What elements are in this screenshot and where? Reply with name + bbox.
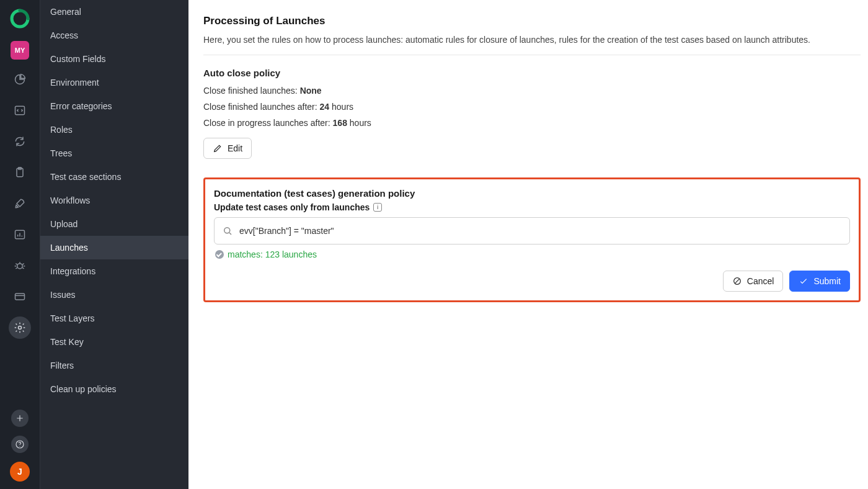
auto-close-section: Auto close policy Close finished launche…: [203, 68, 861, 159]
sidebar-item-general[interactable]: General: [40, 0, 188, 24]
doc-gen-heading: Documentation (test cases) generation po…: [214, 188, 850, 199]
svg-rect-0: [16, 106, 25, 114]
query-input[interactable]: [239, 226, 842, 236]
close-finished-value: Close finished launches: None: [203, 86, 861, 96]
svg-point-4: [17, 264, 22, 269]
edit-button[interactable]: Edit: [203, 138, 252, 159]
close-finished-bold: None: [300, 86, 322, 96]
sidebar-item-test-case-sections[interactable]: Test case sections: [40, 165, 188, 189]
code-icon[interactable]: [9, 99, 31, 122]
sidebar-item-test-key[interactable]: Test Key: [40, 330, 188, 354]
check-icon: [799, 276, 808, 286]
close-finished-after-value: 24: [320, 102, 330, 112]
close-finished-after-unit: hours: [329, 102, 353, 112]
check-circle-icon: [215, 250, 224, 259]
svg-point-9: [224, 228, 230, 233]
doc-gen-sublabel-text: Update test cases only from launches: [214, 202, 370, 212]
cancel-button[interactable]: Cancel: [723, 271, 784, 292]
rocket-icon[interactable]: [9, 192, 31, 215]
sidebar-item-error-categories[interactable]: Error categories: [40, 94, 188, 118]
analytics-icon[interactable]: [9, 68, 31, 91]
match-text: matches: 123 launches: [228, 249, 317, 259]
page-title: Processing of Launches: [203, 15, 861, 27]
doc-gen-actions: Cancel Submit: [214, 271, 850, 292]
submit-button[interactable]: Submit: [789, 271, 850, 292]
auto-close-heading: Auto close policy: [203, 68, 861, 78]
card-icon[interactable]: [9, 285, 31, 308]
sidebar-item-roles[interactable]: Roles: [40, 118, 188, 141]
settings-sidebar: General Access Custom Fields Environment…: [40, 0, 188, 489]
page-lead: Here, you set the rules on how to proces…: [203, 35, 861, 45]
help-icon[interactable]: [11, 436, 29, 453]
close-inprogress-after-value: 168: [333, 118, 347, 128]
submit-button-label: Submit: [813, 276, 841, 286]
close-inprogress-after-unit: hours: [347, 118, 371, 128]
sidebar-item-access[interactable]: Access: [40, 24, 188, 47]
clipboard-icon[interactable]: [9, 161, 31, 184]
bar-chart-icon[interactable]: [9, 223, 31, 246]
user-avatar[interactable]: J: [10, 462, 30, 482]
bug-icon[interactable]: [9, 254, 31, 277]
close-finished-after: Close finished launches after: 24 hours: [203, 102, 861, 112]
sidebar-item-clean-up-policies[interactable]: Clean up policies: [40, 377, 188, 401]
info-icon[interactable]: i: [373, 203, 382, 212]
cancel-button-label: Cancel: [747, 276, 774, 286]
svg-point-6: [19, 326, 22, 330]
search-icon: [222, 225, 233, 236]
sidebar-item-trees[interactable]: Trees: [40, 141, 188, 165]
sidebar-item-environment[interactable]: Environment: [40, 71, 188, 94]
refresh-icon[interactable]: [9, 130, 31, 153]
main-content: Processing of Launches Here, you set the…: [188, 0, 868, 489]
svg-rect-5: [16, 294, 25, 300]
sidebar-item-test-layers[interactable]: Test Layers: [40, 307, 188, 330]
close-inprogress-after: Close in progress launches after: 168 ho…: [203, 118, 861, 128]
settings-icon[interactable]: [9, 316, 31, 339]
sidebar-item-issues[interactable]: Issues: [40, 283, 188, 307]
query-input-wrap[interactable]: [214, 217, 850, 244]
close-inprogress-after-label: Close in progress launches after:: [203, 118, 333, 128]
app-logo: [10, 9, 30, 29]
icon-rail: MY J: [0, 0, 40, 489]
match-status: matches: 123 launches: [215, 249, 850, 259]
close-finished-label: Close finished launches:: [203, 86, 300, 96]
svg-point-8: [19, 446, 20, 447]
sidebar-item-integrations[interactable]: Integrations: [40, 259, 188, 283]
doc-gen-sublabel: Update test cases only from launches i: [214, 202, 382, 212]
sidebar-item-custom-fields[interactable]: Custom Fields: [40, 47, 188, 71]
divider: [203, 55, 861, 55]
ban-icon: [732, 276, 742, 286]
close-finished-after-label: Close finished launches after:: [203, 102, 320, 112]
edit-button-label: Edit: [228, 143, 242, 153]
project-badge[interactable]: MY: [11, 41, 29, 60]
add-icon[interactable]: [11, 410, 29, 427]
sidebar-item-workflows[interactable]: Workflows: [40, 189, 188, 212]
sidebar-item-filters[interactable]: Filters: [40, 354, 188, 377]
sidebar-item-launches[interactable]: Launches: [40, 236, 188, 259]
doc-gen-card: Documentation (test cases) generation po…: [203, 177, 861, 302]
sidebar-item-upload[interactable]: Upload: [40, 212, 188, 236]
pencil-icon: [213, 143, 223, 153]
